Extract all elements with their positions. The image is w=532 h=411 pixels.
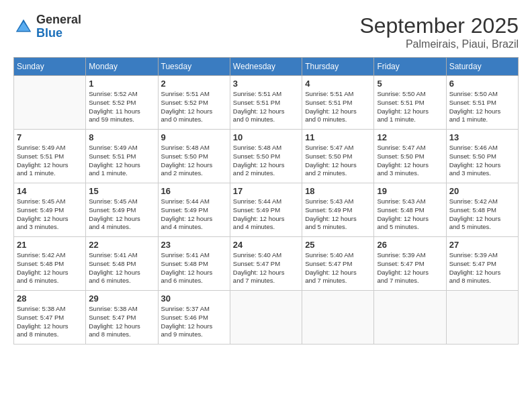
day-info: Sunrise: 5:51 AMSunset: 5:51 PMDaylight:… <box>233 90 299 124</box>
calendar-cell: 21Sunrise: 5:42 AMSunset: 5:48 PMDayligh… <box>14 237 86 291</box>
day-number: 21 <box>17 240 83 250</box>
logo-blue: Blue <box>36 26 62 40</box>
calendar-cell: 24Sunrise: 5:40 AMSunset: 5:47 PMDayligh… <box>230 237 302 291</box>
day-number: 15 <box>89 186 154 196</box>
calendar-cell: 23Sunrise: 5:41 AMSunset: 5:48 PMDayligh… <box>158 237 230 291</box>
week-row-5: 28Sunrise: 5:38 AMSunset: 5:47 PMDayligh… <box>14 291 519 345</box>
calendar-cell: 27Sunrise: 5:39 AMSunset: 5:47 PMDayligh… <box>446 237 518 291</box>
weekday-header-sunday: Sunday <box>14 58 86 76</box>
calendar-cell: 1Sunrise: 5:52 AMSunset: 5:52 PMDaylight… <box>86 76 158 130</box>
weekday-header-monday: Monday <box>86 58 158 76</box>
weekday-header-saturday: Saturday <box>446 58 518 76</box>
calendar-cell: 12Sunrise: 5:47 AMSunset: 5:50 PMDayligh… <box>374 130 446 183</box>
week-row-4: 21Sunrise: 5:42 AMSunset: 5:48 PMDayligh… <box>14 237 519 291</box>
day-info: Sunrise: 5:49 AMSunset: 5:51 PMDaylight:… <box>17 144 83 178</box>
logo-text: General Blue <box>36 13 81 40</box>
day-info: Sunrise: 5:45 AMSunset: 5:49 PMDaylight:… <box>89 197 154 232</box>
day-number: 20 <box>449 186 515 196</box>
week-row-2: 7Sunrise: 5:49 AMSunset: 5:51 PMDaylight… <box>14 130 519 183</box>
calendar-cell <box>446 291 518 345</box>
day-info: Sunrise: 5:39 AMSunset: 5:47 PMDaylight:… <box>449 251 515 285</box>
day-info: Sunrise: 5:50 AMSunset: 5:51 PMDaylight:… <box>377 90 443 124</box>
day-number: 28 <box>17 293 83 304</box>
day-info: Sunrise: 5:41 AMSunset: 5:48 PMDaylight:… <box>161 251 227 285</box>
day-info: Sunrise: 5:51 AMSunset: 5:51 PMDaylight:… <box>305 90 371 124</box>
day-info: Sunrise: 5:41 AMSunset: 5:48 PMDaylight:… <box>89 251 154 285</box>
day-number: 26 <box>377 240 443 250</box>
calendar-cell <box>14 76 86 130</box>
calendar-cell: 28Sunrise: 5:38 AMSunset: 5:47 PMDayligh… <box>14 291 86 345</box>
day-number: 4 <box>305 79 371 89</box>
logo-icon <box>13 17 34 37</box>
day-number: 7 <box>17 132 83 142</box>
calendar-cell: 22Sunrise: 5:41 AMSunset: 5:48 PMDayligh… <box>86 237 158 291</box>
day-number: 22 <box>89 240 154 250</box>
calendar-cell: 15Sunrise: 5:45 AMSunset: 5:49 PMDayligh… <box>86 183 158 237</box>
calendar-cell: 7Sunrise: 5:49 AMSunset: 5:51 PMDaylight… <box>14 130 86 183</box>
calendar-cell <box>302 291 374 345</box>
day-number: 30 <box>161 293 227 304</box>
day-info: Sunrise: 5:37 AMSunset: 5:46 PMDaylight:… <box>161 305 227 339</box>
day-number: 27 <box>449 240 515 250</box>
calendar-cell: 13Sunrise: 5:46 AMSunset: 5:50 PMDayligh… <box>446 130 518 183</box>
day-number: 25 <box>305 240 371 250</box>
calendar-cell: 9Sunrise: 5:48 AMSunset: 5:50 PMDaylight… <box>158 130 230 183</box>
day-info: Sunrise: 5:44 AMSunset: 5:49 PMDaylight:… <box>233 197 299 232</box>
day-info: Sunrise: 5:50 AMSunset: 5:51 PMDaylight:… <box>449 90 515 124</box>
month-title: September 2025 <box>359 13 519 38</box>
page-header: General Blue September 2025 Palmeirais, … <box>13 13 519 50</box>
calendar-cell: 29Sunrise: 5:38 AMSunset: 5:47 PMDayligh… <box>86 291 158 345</box>
calendar-cell: 8Sunrise: 5:49 AMSunset: 5:51 PMDaylight… <box>86 130 158 183</box>
calendar-cell: 25Sunrise: 5:40 AMSunset: 5:47 PMDayligh… <box>302 237 374 291</box>
week-row-3: 14Sunrise: 5:45 AMSunset: 5:49 PMDayligh… <box>14 183 519 237</box>
day-info: Sunrise: 5:42 AMSunset: 5:48 PMDaylight:… <box>449 197 515 232</box>
day-number: 12 <box>377 132 443 142</box>
day-info: Sunrise: 5:43 AMSunset: 5:49 PMDaylight:… <box>305 197 371 232</box>
day-info: Sunrise: 5:38 AMSunset: 5:47 PMDaylight:… <box>89 305 154 339</box>
day-info: Sunrise: 5:40 AMSunset: 5:47 PMDaylight:… <box>305 251 371 285</box>
week-row-1: 1Sunrise: 5:52 AMSunset: 5:52 PMDaylight… <box>14 76 519 130</box>
day-info: Sunrise: 5:44 AMSunset: 5:49 PMDaylight:… <box>161 197 227 232</box>
day-info: Sunrise: 5:40 AMSunset: 5:47 PMDaylight:… <box>233 251 299 285</box>
day-info: Sunrise: 5:39 AMSunset: 5:47 PMDaylight:… <box>377 251 443 285</box>
day-number: 2 <box>161 79 227 89</box>
calendar-cell: 4Sunrise: 5:51 AMSunset: 5:51 PMDaylight… <box>302 76 374 130</box>
day-number: 16 <box>161 186 227 196</box>
calendar-cell: 2Sunrise: 5:51 AMSunset: 5:52 PMDaylight… <box>158 76 230 130</box>
calendar-cell: 14Sunrise: 5:45 AMSunset: 5:49 PMDayligh… <box>14 183 86 237</box>
day-info: Sunrise: 5:38 AMSunset: 5:47 PMDaylight:… <box>17 305 83 339</box>
calendar-cell: 30Sunrise: 5:37 AMSunset: 5:46 PMDayligh… <box>158 291 230 345</box>
day-number: 6 <box>449 79 515 89</box>
weekday-header-friday: Friday <box>374 58 446 76</box>
day-number: 18 <box>305 186 371 196</box>
day-number: 8 <box>89 132 154 142</box>
day-info: Sunrise: 5:52 AMSunset: 5:52 PMDaylight:… <box>89 90 154 124</box>
calendar-cell: 5Sunrise: 5:50 AMSunset: 5:51 PMDaylight… <box>374 76 446 130</box>
day-number: 9 <box>161 132 227 142</box>
day-number: 29 <box>89 293 154 304</box>
day-number: 5 <box>377 79 443 89</box>
day-info: Sunrise: 5:48 AMSunset: 5:50 PMDaylight:… <box>161 144 227 178</box>
day-info: Sunrise: 5:47 AMSunset: 5:50 PMDaylight:… <box>377 144 443 178</box>
day-number: 24 <box>233 240 299 250</box>
day-number: 10 <box>233 132 299 142</box>
day-info: Sunrise: 5:45 AMSunset: 5:49 PMDaylight:… <box>17 197 83 232</box>
calendar-cell: 6Sunrise: 5:50 AMSunset: 5:51 PMDaylight… <box>446 76 518 130</box>
day-number: 14 <box>17 186 83 196</box>
weekday-header-tuesday: Tuesday <box>158 58 230 76</box>
weekday-header-wednesday: Wednesday <box>230 58 302 76</box>
calendar-cell <box>230 291 302 345</box>
day-info: Sunrise: 5:49 AMSunset: 5:51 PMDaylight:… <box>89 144 154 178</box>
day-number: 3 <box>233 79 299 89</box>
day-number: 1 <box>89 79 154 89</box>
day-info: Sunrise: 5:43 AMSunset: 5:48 PMDaylight:… <box>377 197 443 232</box>
calendar-cell: 10Sunrise: 5:48 AMSunset: 5:50 PMDayligh… <box>230 130 302 183</box>
weekday-header-thursday: Thursday <box>302 58 374 76</box>
day-number: 19 <box>377 186 443 196</box>
weekday-header-row: SundayMondayTuesdayWednesdayThursdayFrid… <box>14 58 519 76</box>
logo: General Blue <box>13 13 81 40</box>
calendar-cell: 16Sunrise: 5:44 AMSunset: 5:49 PMDayligh… <box>158 183 230 237</box>
calendar-cell: 20Sunrise: 5:42 AMSunset: 5:48 PMDayligh… <box>446 183 518 237</box>
day-info: Sunrise: 5:48 AMSunset: 5:50 PMDaylight:… <box>233 144 299 178</box>
logo-general: General <box>36 13 81 26</box>
